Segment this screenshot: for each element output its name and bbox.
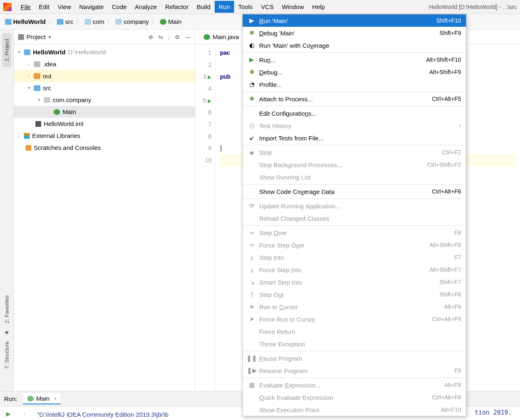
breadcrumb-item[interactable]: HelloWorld <box>5 18 46 25</box>
menu-item[interactable]: ◔Profile... <box>243 78 466 91</box>
menu-window[interactable]: Window <box>278 1 308 13</box>
menu-shortcut: Alt+F10 <box>441 406 461 413</box>
stepinto-icon: ⭳ <box>248 266 256 273</box>
menu-item-label: Resume Program <box>259 367 308 374</box>
menu-item[interactable]: ✱Attach to Process...Ctrl+Alt+F5 <box>243 93 466 105</box>
stepout-icon: ⭱ <box>248 291 256 298</box>
run-toolbar-left: ▶ ■ ◉ ↯ ⎘ 🗑 » <box>0 406 16 420</box>
package-icon <box>44 97 50 103</box>
settings-icon[interactable]: ⚙ <box>175 34 180 40</box>
locate-icon[interactable]: ⊕ <box>148 34 153 40</box>
menu-shortcut: Shift+F8 <box>439 291 461 298</box>
play-icon: ▶ <box>248 17 256 24</box>
stepover-icon: ⤼ <box>248 241 256 249</box>
menu-item-label: Force Step Into <box>259 266 302 273</box>
folder-icon <box>34 73 40 79</box>
menu-tools[interactable]: Tools <box>234 1 257 13</box>
menu-item[interactable]: Show Code Coverage DataCtrl+Alt+F6 <box>243 185 466 198</box>
menu-analyze[interactable]: Analyze <box>131 1 161 13</box>
project-icon <box>18 34 24 40</box>
run-gutter-icon[interactable]: ▶ <box>208 74 211 80</box>
tree-item-external[interactable]: ›External Libraries <box>14 130 195 142</box>
breadcrumb-item[interactable]: com <box>84 18 104 25</box>
project-panel-title: Project <box>26 33 46 40</box>
menu-item: ■StopCtrl+F2 <box>243 146 466 159</box>
menu-help[interactable]: Help <box>308 1 329 13</box>
menu-item[interactable]: ✱Debug...Alt+Shift+F9 <box>243 66 466 78</box>
menu-item: ⭸Smart Step IntoShift+F7 <box>243 276 466 288</box>
menu-view[interactable]: View <box>54 1 75 13</box>
tree-item-out[interactable]: ›out <box>14 70 195 82</box>
menu-navigate[interactable]: Navigate <box>75 1 108 13</box>
menu-shortcut: Ctrl+Shift+F2 <box>427 161 461 168</box>
tab-structure[interactable]: 7: Structure <box>2 336 12 375</box>
menu-item: ➤Force Run to CursorCtrl+Alt+F9 <box>243 313 466 325</box>
tab-project[interactable]: 1: Project <box>2 33 12 67</box>
bug-icon: ✱ <box>248 68 256 76</box>
menu-file[interactable]: File <box>16 1 35 13</box>
menu-item-label: Update Running Application... <box>259 203 341 210</box>
menu-vcs[interactable]: VCS <box>257 1 278 13</box>
app-logo-icon <box>3 3 12 11</box>
menu-item: ⟳Update Running Application... <box>243 200 466 212</box>
menu-item-label: Stop <box>259 149 272 156</box>
tree-item-iml[interactable]: HelloWorld.iml <box>14 118 195 130</box>
menu-item[interactable]: Edit Configurations... <box>243 107 466 119</box>
menu-item[interactable]: ◐Run 'Main' with Coverage <box>243 39 466 51</box>
window-title: HelloWorld [D:\HelloWorld] - ...\src <box>429 4 517 10</box>
output-overflow: tion 2019. <box>475 406 520 420</box>
menu-item: ⭳Step IntoF7 <box>243 251 466 264</box>
class-icon <box>204 34 210 40</box>
menu-item: ⤼Force Step OverAlt+Shift+F8 <box>243 239 466 251</box>
breadcrumb-item[interactable]: Main <box>160 18 182 25</box>
tree-item-idea[interactable]: ›.idea <box>14 58 195 70</box>
up-button[interactable]: ↑ <box>20 409 30 419</box>
menu-item-label: Reload Changed Classes <box>259 215 329 222</box>
breadcrumb-item[interactable]: company <box>115 18 149 25</box>
menu-item[interactable]: ▶Run 'Main'Shift+F10 <box>243 14 466 27</box>
menu-code[interactable]: Code <box>108 1 131 13</box>
menu-run[interactable]: Run <box>215 1 234 13</box>
menu-edit[interactable]: Edit <box>35 1 54 13</box>
menu-item-label: Attach to Process... <box>259 96 313 103</box>
menu-item[interactable]: ✱Debug 'Main'Shift+F9 <box>243 27 466 39</box>
menu-shortcut: Alt+Shift+F9 <box>429 69 461 75</box>
tree-item-scratches[interactable]: Scratches and Consoles <box>14 142 195 154</box>
menu-item: ◷Test History› <box>243 119 466 132</box>
menu-refactor[interactable]: Refactor <box>161 1 193 13</box>
editor-tab-main[interactable]: Main.java <box>199 31 243 43</box>
import-icon: ↙ <box>248 134 256 142</box>
attach-icon: ✱ <box>248 95 256 103</box>
menu-shortcut: Alt+F8 <box>444 382 461 388</box>
upd-icon: ⟳ <box>248 202 256 210</box>
tab-favorites[interactable]: 2: Favorites <box>2 289 12 329</box>
breadcrumb-item[interactable]: src <box>57 18 73 25</box>
menu-item[interactable]: ▶Run...Alt+Shift+F10 <box>243 54 466 66</box>
menu-shortcut: Alt+Shift+F10 <box>426 56 461 63</box>
run-gutter-icon[interactable]: ▶ <box>208 98 211 104</box>
tree-root[interactable]: ▾HelloWorldD:\HelloWorld <box>14 46 195 58</box>
hide-icon[interactable]: — <box>185 34 191 40</box>
menu-build[interactable]: Build <box>192 1 214 13</box>
rerun-button[interactable]: ▶ <box>3 409 13 419</box>
resume-icon: ❚▶ <box>248 367 256 374</box>
play-icon: ▶ <box>248 56 256 63</box>
tree-item-main[interactable]: Main <box>14 106 195 118</box>
menu-shortcut: Alt+Shift+F8 <box>429 242 461 248</box>
menu-item: ❚▶Resume ProgramF9 <box>243 364 466 377</box>
menu-item[interactable]: ↙Import Tests from File... <box>243 132 466 144</box>
stop-icon: ■ <box>248 149 256 156</box>
project-tree: ▾HelloWorldD:\HelloWorld ›.idea ›out ▾sr… <box>14 44 195 391</box>
menu-shortcut: F9 <box>454 367 461 374</box>
menu-item: Force Return <box>243 325 466 338</box>
run-tab-main[interactable]: Main× <box>23 393 61 404</box>
collapse-icon[interactable]: ⇆ <box>158 34 163 40</box>
tree-item-package[interactable]: ▾com.company <box>14 94 195 106</box>
project-panel: Project ▾ ⊕ ⇆ | ⚙ — ▾HelloWorldD:\HelloW… <box>14 30 195 391</box>
folder-icon <box>115 19 122 25</box>
menu-shortcut: F7 <box>454 254 461 261</box>
menu-item: ➤Run to CursorAlt+F9 <box>243 301 466 313</box>
tree-item-src[interactable]: ▾src <box>14 82 195 94</box>
menu-item-label: Step Over <box>259 229 287 236</box>
run-panel-label: Run: <box>4 395 17 402</box>
